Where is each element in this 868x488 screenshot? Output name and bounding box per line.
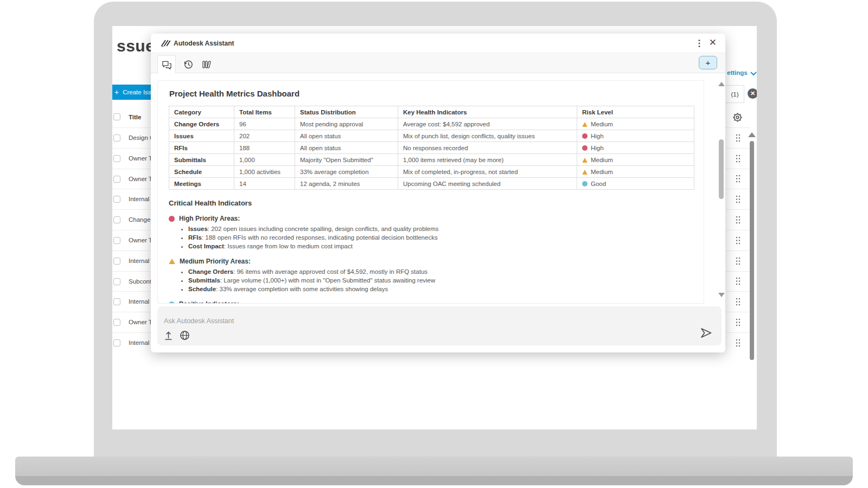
priority-bullets: Issues: 202 open issues including concre… — [169, 226, 693, 250]
more-actions-icon — [735, 133, 741, 143]
row-actions-button[interactable] — [726, 291, 750, 312]
row-checkbox[interactable] — [113, 134, 120, 142]
issue-row[interactable]: Owner T& — [112, 230, 151, 251]
clear-filter-button[interactable]: ✕ — [748, 88, 757, 99]
row-actions-button[interactable] — [726, 230, 750, 251]
good-risk-icon — [582, 181, 588, 187]
gear-icon[interactable] — [732, 112, 743, 123]
issue-row[interactable]: Subcontr — [112, 271, 151, 292]
issue-title: Internal — [129, 258, 149, 264]
overflow-menu-icon[interactable] — [698, 39, 700, 48]
more-actions-icon — [735, 338, 741, 348]
row-checkbox[interactable] — [113, 339, 120, 346]
issue-title: Subcontr — [129, 278, 151, 285]
metrics-table: Category Total Items Status Distribution… — [169, 106, 694, 190]
issue-title: Owner T& — [129, 155, 151, 162]
good-icon — [169, 301, 175, 304]
chat-tab-icon — [162, 60, 172, 69]
assistant-input[interactable] — [157, 306, 722, 328]
screen: ssues +Create Issu Title Design COwner T… — [112, 26, 757, 429]
row-actions-button[interactable] — [726, 312, 750, 332]
chevron-down-icon[interactable] — [750, 72, 757, 76]
issue-row[interactable]: Design C — [112, 127, 151, 148]
row-actions-button[interactable] — [726, 148, 750, 169]
issue-row[interactable]: Internal — [112, 251, 151, 271]
row-actions-button[interactable] — [726, 271, 750, 292]
autodesk-logo-icon — [161, 39, 171, 47]
create-issue-button[interactable]: +Create Issu — [112, 85, 156, 100]
priority-heading: Positive Indicators: — [169, 300, 693, 304]
issue-title: Internal — [129, 196, 149, 202]
globe-icon[interactable] — [180, 330, 190, 341]
more-actions-icon — [735, 297, 741, 306]
row-checkbox[interactable] — [113, 237, 120, 244]
priority-heading: Medium Priority Areas: — [169, 258, 693, 265]
row-actions-button[interactable] — [726, 209, 750, 230]
metrics-row: Submittals1,000Majority "Open Submitted"… — [169, 154, 694, 166]
more-actions-icon — [735, 154, 741, 163]
more-actions-icon — [735, 256, 741, 266]
more-actions-icon — [735, 318, 741, 327]
select-all-checkbox[interactable] — [113, 113, 120, 120]
warning-risk-icon — [582, 170, 588, 175]
row-actions-button[interactable] — [726, 251, 750, 271]
clear-filter-icon: ✕ — [750, 90, 755, 97]
dialog-title: Autodesk Assistant — [174, 40, 234, 47]
critical-indicators-heading: Critical Health Indicators — [169, 199, 693, 207]
row-checkbox[interactable] — [113, 278, 120, 285]
tab-library[interactable] — [197, 55, 216, 73]
issue-row[interactable]: Internal — [112, 291, 151, 312]
scroll-down-icon[interactable] — [718, 293, 725, 297]
create-issue-label: Create Issu — [123, 89, 155, 95]
row-actions-col — [726, 127, 750, 353]
row-checkbox[interactable] — [113, 216, 120, 223]
high-risk-icon — [582, 145, 588, 151]
upload-icon[interactable] — [164, 331, 173, 341]
more-actions-icon — [735, 215, 741, 224]
autodesk-assistant-dialog: Autodesk Assistant ✕ — [151, 34, 725, 352]
row-checkbox[interactable] — [113, 176, 120, 183]
more-actions-icon — [735, 195, 741, 204]
plus-icon: + — [114, 88, 119, 97]
row-actions-button[interactable] — [726, 189, 750, 209]
warning-icon — [169, 259, 175, 264]
settings-link[interactable]: ettings — [727, 69, 748, 76]
row-actions-button[interactable] — [726, 332, 750, 353]
row-checkbox[interactable] — [113, 319, 120, 326]
issue-title: Internal — [129, 339, 149, 346]
priority-bullets: Change Orders: 96 items with average app… — [169, 268, 693, 293]
tab-chat[interactable] — [157, 55, 176, 74]
scroll-up-icon[interactable] — [748, 132, 756, 137]
issue-title: Owner T& — [129, 319, 151, 325]
assistant-tabstrip: + — [151, 53, 725, 73]
issue-row[interactable]: Owner T& — [112, 148, 151, 169]
metrics-row: RFIs188All open statusNo responses recor… — [169, 142, 694, 154]
row-checkbox[interactable] — [113, 298, 120, 305]
scroll-up-icon[interactable] — [718, 82, 725, 86]
close-icon[interactable]: ✕ — [709, 37, 717, 48]
issue-row[interactable]: Internal — [112, 332, 151, 353]
issue-title: Owner T& — [129, 176, 151, 182]
priority-heading: High Priority Areas: — [169, 215, 693, 222]
issue-row[interactable]: Internal — [112, 189, 151, 209]
row-checkbox[interactable] — [113, 258, 120, 265]
dashboard-title: Project Health Metrics Dashboard — [169, 89, 693, 98]
row-actions-button[interactable] — [726, 127, 750, 148]
row-checkbox[interactable] — [113, 155, 120, 162]
issue-row[interactable]: Owner T& — [112, 169, 151, 189]
issue-row[interactable]: Owner T& — [112, 312, 151, 332]
page-scrollbar[interactable] — [750, 141, 754, 360]
dialog-scrollbar[interactable] — [719, 139, 724, 199]
high-icon — [169, 216, 175, 222]
tab-history[interactable] — [179, 55, 197, 73]
issue-row[interactable]: Change W — [112, 209, 151, 230]
new-chat-button[interactable]: + — [699, 56, 717, 69]
issue-title: Owner T& — [129, 237, 151, 243]
metrics-row: Change Orders96Most pending approvalAver… — [169, 118, 694, 130]
filter-count-badge: (1) — [726, 85, 744, 103]
issue-title: Design C — [129, 134, 151, 141]
metrics-header-row: Category Total Items Status Distribution… — [169, 106, 694, 118]
row-actions-button[interactable] — [726, 169, 750, 189]
row-checkbox[interactable] — [113, 196, 120, 203]
send-icon[interactable] — [699, 326, 713, 339]
